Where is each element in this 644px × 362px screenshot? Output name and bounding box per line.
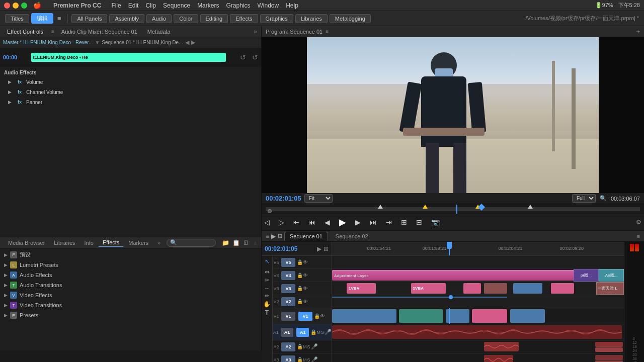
step-back-button[interactable]: ⏮ <box>306 217 318 227</box>
timeline-timecode[interactable]: 00:02:01:05 <box>265 245 297 252</box>
panel-settings-icon[interactable]: 🗓 <box>243 239 249 246</box>
tab-media-browser[interactable]: Media Browser <box>4 239 49 247</box>
timeline-ruler[interactable]: 00:01:54:21 00:01:59:21 00:02:04:21 00:0… <box>332 242 624 256</box>
effects-button[interactable]: Effects <box>230 14 258 23</box>
a1-m[interactable]: S <box>320 330 325 335</box>
v3-clip-5[interactable] <box>513 283 542 294</box>
razor-tool[interactable]: ✂ <box>265 277 269 284</box>
ec-timecode[interactable]: 00:00 <box>0 52 20 62</box>
v3-clip-3[interactable] <box>463 283 481 294</box>
menu-sequence[interactable]: Sequence <box>163 2 190 9</box>
v1-clip-2[interactable] <box>399 309 443 323</box>
v5-lock[interactable]: 🔒 <box>297 259 303 265</box>
editing-button[interactable]: Editing <box>200 14 228 23</box>
v1-clip-5[interactable] <box>510 309 545 323</box>
menu-file[interactable]: File <box>111 2 121 9</box>
v4-lock[interactable]: 🔒 <box>297 273 303 278</box>
tab-sequence-02[interactable]: Sequence 02 <box>330 232 374 241</box>
monitor-menu-icon[interactable]: ≡ <box>326 29 329 34</box>
nudge-right-icon[interactable]: ▶ <box>191 39 195 46</box>
libraries-button[interactable]: Libraries <box>295 14 328 23</box>
ec-reset-button-2[interactable]: ↺ <box>249 52 261 62</box>
a2-thumb-1[interactable] <box>595 342 623 347</box>
pen-tool[interactable]: ✏ <box>265 293 269 299</box>
effects-panel-menu-icon[interactable]: ≡ <box>254 240 257 246</box>
slip-tool[interactable]: ↔ <box>264 285 270 291</box>
step-forward-button[interactable]: ⏭ <box>367 217 379 227</box>
v3-clip-1[interactable]: 1VBA <box>347 283 376 294</box>
v3-right-thumb[interactable]: 一面天津 L <box>596 282 624 295</box>
hamburger-icon[interactable]: ≡ <box>55 14 63 23</box>
minimize-button[interactable] <box>13 3 19 9</box>
close-button[interactable] <box>4 3 10 9</box>
timeline-menu-icon[interactable]: ≡ <box>266 233 269 240</box>
a3-clip-1[interactable] <box>484 355 513 362</box>
a2-toggle[interactable]: A2 <box>281 342 295 351</box>
all-panels-button[interactable]: All Panels <box>71 14 107 23</box>
audio-button[interactable]: Audio <box>146 14 172 23</box>
insert-button[interactable]: ⊞ <box>398 217 410 227</box>
a2-mic[interactable]: 🎤 <box>311 343 318 350</box>
hand-tool[interactable]: ✋ <box>263 301 271 308</box>
tab-effect-controls[interactable]: Effect Controls <box>4 29 46 35</box>
category-presets[interactable]: ▶ P Presets <box>0 310 261 320</box>
tab-effects[interactable]: Effects <box>99 238 123 247</box>
a3-toggle[interactable]: A3 <box>281 355 295 363</box>
a1-source-toggle[interactable]: A1 <box>281 328 293 337</box>
panel-expand-icon[interactable]: » <box>254 28 257 35</box>
new-bin-icon[interactable]: 📁 <box>222 239 229 246</box>
ec-reset-button-1[interactable]: ↺ <box>237 52 249 62</box>
edit-button[interactable]: 编辑 <box>31 13 53 24</box>
a2-m[interactable]: S <box>307 344 311 349</box>
maximize-button[interactable] <box>21 3 27 9</box>
timeline-play-icon[interactable]: ▶ <box>271 233 276 240</box>
menu-markers[interactable]: Markers <box>197 2 219 9</box>
category-presets-cn[interactable]: ▶ F 预设 <box>0 249 261 260</box>
fit-dropdown[interactable]: Fit 25% 50% 100% <box>304 194 333 203</box>
ripple-edit-tool[interactable]: ⇔ <box>265 268 270 276</box>
v3-lock[interactable]: 🔒 <box>297 286 303 291</box>
menu-edit[interactable]: Edit <box>128 2 139 9</box>
effects-search-input[interactable] <box>177 240 212 245</box>
a3-thumb-2[interactable] <box>595 360 623 363</box>
ec-dropdown-arrow[interactable]: ▼ <box>95 40 100 45</box>
a2-thumb-2[interactable] <box>595 347 623 352</box>
a1-lock[interactable]: 🔒 <box>310 329 316 335</box>
metalogging-button[interactable]: Metalogging <box>330 14 371 23</box>
category-lumetri[interactable]: ▶ L Lumetri Presets <box>0 260 261 270</box>
play-button[interactable]: ▶ <box>337 216 349 229</box>
v3-visibility[interactable]: 👁 <box>303 286 308 291</box>
channel-volume-twirl[interactable]: ▶ <box>8 89 13 95</box>
a1-mic[interactable]: 🎤 <box>325 329 332 335</box>
v4-toggle[interactable]: V4 <box>281 271 295 280</box>
tab-markers[interactable]: Markers <box>124 239 152 247</box>
v1-clip-4[interactable] <box>472 309 507 323</box>
menu-help[interactable]: Help <box>286 2 298 9</box>
volume-twirl[interactable]: ▶ <box>8 79 13 84</box>
category-audio-transitions[interactable]: ▶ T Audio Transitions <box>0 280 261 290</box>
v3-clip-6[interactable] <box>551 283 574 294</box>
a1-toggle[interactable]: A1 <box>296 328 309 337</box>
graphics-button[interactable]: Graphics <box>260 14 293 23</box>
mark-out-button[interactable]: ▷ <box>276 217 287 227</box>
nudge-left-icon[interactable]: ◀ <box>185 39 189 46</box>
monitor-expand-icon[interactable]: + <box>636 28 640 35</box>
v1-lock[interactable]: 🔒 <box>314 313 320 319</box>
find-icon[interactable]: 📋 <box>232 239 240 246</box>
effects-search-box[interactable]: 🔍 <box>167 239 215 247</box>
a3-m[interactable]: S <box>307 357 311 363</box>
mark-in-button[interactable]: ◁ <box>262 217 272 227</box>
category-video-effects[interactable]: ▶ V Video Effects <box>0 290 261 300</box>
a1-audio-clip[interactable] <box>332 325 622 339</box>
tab-sequence-01[interactable]: Sequence 01 <box>284 232 328 241</box>
menu-clip[interactable]: Clip <box>145 2 156 9</box>
v4-thumb-2[interactable]: Ae图... <box>599 269 624 282</box>
a1-sync[interactable]: M <box>316 330 320 335</box>
v5-toggle[interactable]: V5 <box>281 258 295 267</box>
effect-controls-menu-icon[interactable]: ≡ <box>51 29 54 34</box>
a3-lock[interactable]: 🔒 <box>297 357 303 362</box>
a3-mic[interactable]: 🎤 <box>311 356 318 362</box>
menu-window[interactable]: Window <box>258 2 279 9</box>
a2-clip-1[interactable] <box>484 342 519 351</box>
timeline-tool-2[interactable]: ⊞ <box>324 245 329 252</box>
